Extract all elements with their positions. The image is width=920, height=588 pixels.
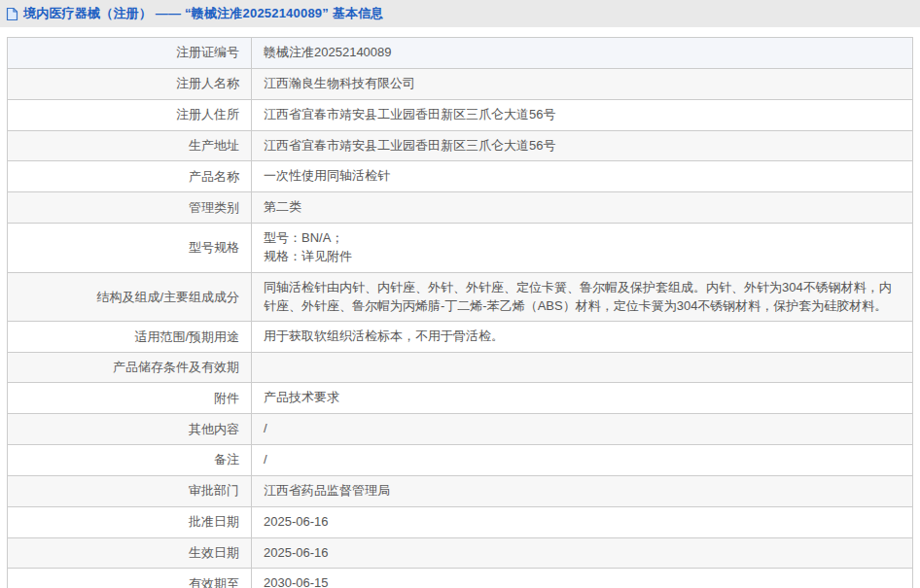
row-value: 型号：BN/A； 规格：详见附件 xyxy=(252,224,913,273)
row-label: 注册人住所 xyxy=(8,99,252,130)
row-value: 赣械注准20252140089 xyxy=(252,38,913,69)
row-label: 其他内容 xyxy=(8,414,252,445)
row-value: 2025-06-16 xyxy=(252,537,913,569)
row-value: 2025-06-16 xyxy=(252,506,913,537)
row-label: 审批部门 xyxy=(8,475,252,506)
table-row: 有效期至2030-06-15 xyxy=(8,569,913,588)
row-label-text: 型号规格 xyxy=(189,240,239,255)
table-row: 批准日期2025-06-16 xyxy=(8,506,913,537)
row-value: 江西省宜春市靖安县工业园香田新区三爪仑大道56号 xyxy=(252,99,913,130)
row-label-text: 有效期至 xyxy=(189,576,239,588)
table-row: 生效日期2025-06-16 xyxy=(8,537,913,569)
row-label-text: 产品储存条件及有效期 xyxy=(113,360,239,374)
row-label: 管理类别 xyxy=(8,192,252,224)
row-label: 型号规格 xyxy=(8,224,252,273)
row-label: 结构及组成/主要组成成分 xyxy=(8,272,252,322)
table-row: 备注/ xyxy=(8,444,913,475)
row-label-text: 其他内容 xyxy=(189,422,239,436)
table-row: 生产地址江西省宜春市靖安县工业园香田新区三爪仑大道56号 xyxy=(8,130,913,161)
row-value: 用于获取软组织活检标本，不用于骨活检。 xyxy=(252,322,913,353)
row-value: 第二类 xyxy=(252,192,913,224)
row-value: / xyxy=(252,414,913,445)
row-label-text: 产品名称 xyxy=(189,169,239,184)
row-value: / xyxy=(252,444,913,475)
row-value: 同轴活检针由内针、内针座、外针、外针座、定位卡簧、鲁尔帽及保护套组成。内针、外针… xyxy=(252,272,913,322)
row-label-text: 批准日期 xyxy=(189,514,239,529)
table-row: 注册证编号赣械注准20252140089 xyxy=(8,38,913,69)
row-label: 批准日期 xyxy=(8,506,252,537)
row-label: 生效日期 xyxy=(8,537,252,569)
row-label-text: 适用范围/预期用途 xyxy=(134,329,239,344)
row-value: 2030-06-15 xyxy=(252,569,913,588)
row-label-text: 结构及组成/主要组成成分 xyxy=(96,290,239,304)
row-label: 生产地址 xyxy=(8,130,252,161)
row-label: 附件 xyxy=(8,383,252,414)
table-row: 型号规格型号：BN/A； 规格：详见附件 xyxy=(8,224,913,273)
table-row: 结构及组成/主要组成成分同轴活检针由内针、内针座、外针、外针座、定位卡簧、鲁尔帽… xyxy=(8,272,913,322)
table-row: 注册人名称江西瀚良生物科技有限公司 xyxy=(8,68,913,99)
row-label: 注册证编号 xyxy=(8,38,252,69)
registration-table-body: 注册证编号赣械注准20252140089注册人名称江西瀚良生物科技有限公司注册人… xyxy=(8,38,913,588)
page-title: 境内医疗器械（注册） —— “赣械注准20252140089” 基本信息 xyxy=(23,5,384,22)
table-row: 管理类别第二类 xyxy=(8,192,913,224)
header-bar: 境内医疗器械（注册） —— “赣械注准20252140089” 基本信息 xyxy=(0,0,920,27)
table-row: 产品名称一次性使用同轴活检针 xyxy=(8,161,913,192)
row-label-text: 注册人名称 xyxy=(176,76,239,90)
row-label-text: 审批部门 xyxy=(189,483,239,498)
row-label-text: 注册证编号 xyxy=(176,45,239,59)
row-value: 江西省药品监督管理局 xyxy=(252,475,913,506)
row-value: 江西省宜春市靖安县工业园香田新区三爪仑大道56号 xyxy=(252,130,913,161)
registration-info-table: 注册证编号赣械注准20252140089注册人名称江西瀚良生物科技有限公司注册人… xyxy=(7,37,913,588)
row-label: 产品名称 xyxy=(8,161,252,192)
table-row: 注册人住所江西省宜春市靖安县工业园香田新区三爪仑大道56号 xyxy=(8,99,913,130)
row-label-text: 附件 xyxy=(214,391,239,405)
table-row: 适用范围/预期用途用于获取软组织活检标本，不用于骨活检。 xyxy=(8,322,913,353)
row-label: 产品储存条件及有效期 xyxy=(8,353,252,383)
row-label-text: 备注 xyxy=(214,452,239,467)
row-label-text: 注册人住所 xyxy=(176,107,239,121)
row-label-text: 生效日期 xyxy=(189,545,239,560)
table-row: 审批部门江西省药品监督管理局 xyxy=(8,475,913,506)
row-label-text: 管理类别 xyxy=(189,200,239,215)
row-label: 有效期至 xyxy=(8,569,252,588)
row-label: 适用范围/预期用途 xyxy=(8,322,252,353)
table-row: 产品储存条件及有效期 xyxy=(8,353,913,383)
table-row: 附件产品技术要求 xyxy=(8,383,913,414)
row-label: 备注 xyxy=(8,444,252,475)
row-label: 注册人名称 xyxy=(8,68,252,99)
row-value: 产品技术要求 xyxy=(252,383,913,414)
row-label-text: 生产地址 xyxy=(189,138,239,153)
row-value: 江西瀚良生物科技有限公司 xyxy=(252,68,913,99)
table-row: 其他内容/ xyxy=(8,414,913,445)
document-icon xyxy=(6,7,18,21)
row-value xyxy=(252,353,913,383)
row-value: 一次性使用同轴活检针 xyxy=(252,161,913,192)
